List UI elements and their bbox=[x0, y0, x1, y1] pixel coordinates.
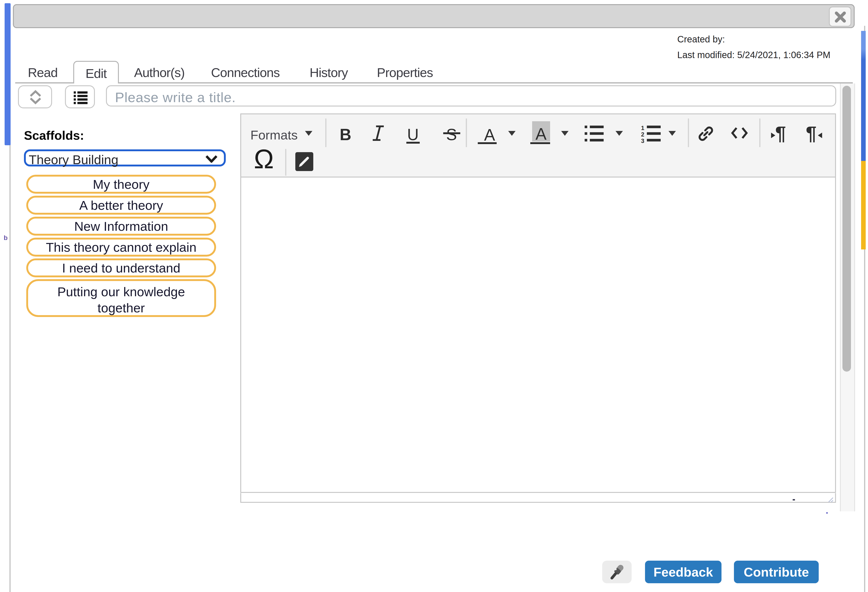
svg-text:1: 1 bbox=[641, 125, 644, 131]
svg-text:¶: ¶ bbox=[806, 124, 816, 142]
svg-text:2: 2 bbox=[641, 131, 644, 138]
svg-text:3: 3 bbox=[641, 138, 644, 143]
svg-text:¶: ¶ bbox=[775, 124, 786, 142]
